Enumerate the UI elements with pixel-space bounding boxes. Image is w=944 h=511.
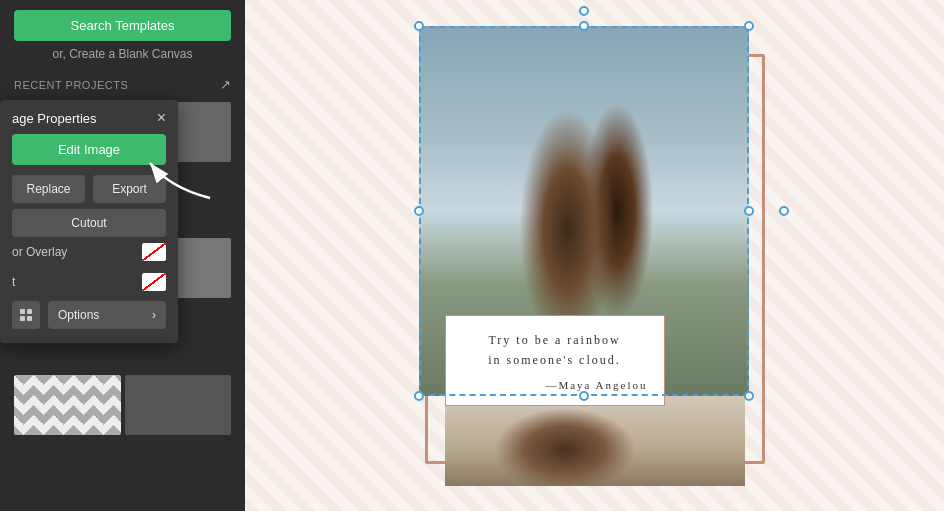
grid-icon[interactable] — [12, 301, 40, 329]
thumbnail-6[interactable] — [125, 375, 232, 435]
thumbnail-5[interactable] — [14, 375, 121, 435]
panel-title: age Properties — [12, 111, 97, 126]
export-icon[interactable]: ↗ — [220, 77, 232, 92]
options-row: Options › — [0, 297, 178, 333]
tint-label: t — [12, 275, 15, 289]
svg-rect-3 — [27, 316, 32, 321]
replace-button[interactable]: Replace — [12, 175, 85, 203]
svg-rect-1 — [27, 309, 32, 314]
quote-author: —Maya Angelou — [462, 379, 648, 391]
create-blank-link[interactable]: or, Create a Blank Canvas — [0, 47, 245, 61]
image-properties-panel: age Properties × Edit Image Replace Expo… — [0, 100, 178, 343]
quote-text-line2: in someone's cloud. — [462, 350, 648, 370]
quote-box: Try to be a rainbow in someone's cloud. … — [445, 315, 665, 406]
options-arrow: › — [152, 308, 156, 322]
color-overlay-row: or Overlay — [0, 237, 178, 267]
bottom-image-strip — [445, 396, 745, 486]
panel-header: age Properties × — [0, 100, 178, 134]
search-templates-button[interactable]: Search Templates — [14, 10, 231, 41]
export-button[interactable]: Export — [93, 175, 166, 203]
recent-projects-label: RECENT PROJECTS — [14, 79, 128, 91]
options-label: Options — [58, 308, 99, 322]
handle-outer-right[interactable] — [779, 206, 789, 216]
replace-export-row: Replace Export — [0, 175, 178, 203]
options-button[interactable]: Options › — [48, 301, 166, 329]
tint-row: t — [0, 267, 178, 297]
edit-image-button[interactable]: Edit Image — [12, 134, 166, 165]
color-overlay-swatch[interactable] — [142, 243, 166, 261]
canvas-area: Try to be a rainbow in someone's cloud. … — [245, 0, 944, 511]
recent-projects-header: RECENT PROJECTS ↗ — [0, 71, 245, 98]
svg-rect-0 — [20, 309, 25, 314]
cutout-button[interactable]: Cutout — [12, 209, 166, 237]
bottom-strip-content — [445, 396, 745, 486]
panel-close-button[interactable]: × — [157, 110, 166, 126]
svg-rect-2 — [20, 316, 25, 321]
sidebar: Search Templates or, Create a Blank Canv… — [0, 0, 245, 511]
tint-swatch[interactable] — [142, 273, 166, 291]
handle-outer-top[interactable] — [579, 6, 589, 16]
design-card: Try to be a rainbow in someone's cloud. … — [405, 26, 785, 486]
quote-text-line1: Try to be a rainbow — [462, 330, 648, 350]
color-overlay-label: or Overlay — [12, 245, 67, 259]
